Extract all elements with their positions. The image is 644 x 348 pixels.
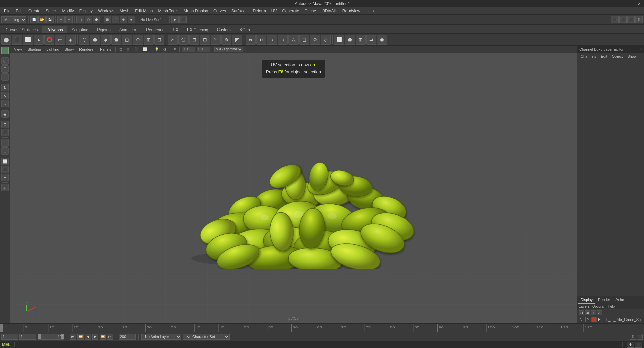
menu-generate[interactable]: Generate xyxy=(279,8,302,14)
move-tool-button[interactable]: ✛ xyxy=(1,73,9,81)
color-profile-selector[interactable]: sRGB gamma xyxy=(214,47,243,52)
maximize-button[interactable]: □ xyxy=(624,0,634,7)
history-button[interactable]: ⬛ xyxy=(1,129,9,136)
render-btn[interactable]: ▶ xyxy=(171,16,179,23)
component-editor-button[interactable]: ⬜ xyxy=(1,158,9,165)
menu-create[interactable]: Create xyxy=(25,8,43,14)
tool-settings-button[interactable]: ⚙ xyxy=(1,121,9,128)
shelf-smooth-icon[interactable]: ⬡ xyxy=(79,35,89,45)
menu-file[interactable]: File xyxy=(1,8,13,14)
shelf-triangulate-icon[interactable]: △ xyxy=(288,35,299,45)
layer-color-swatch[interactable] xyxy=(591,317,597,322)
layer-playback-toggle[interactable]: P xyxy=(585,317,590,322)
shelf-special-icon[interactable]: ◈ xyxy=(66,35,76,45)
menu-display[interactable]: Display xyxy=(77,8,95,14)
anim-prefs-button[interactable]: ⬛ xyxy=(637,334,643,340)
shelf-transfer-attr-icon[interactable]: ⇄ xyxy=(366,35,376,45)
range-start-input[interactable] xyxy=(1,334,18,340)
shelf-tab-rigging[interactable]: Rigging xyxy=(93,26,115,33)
anim-end-input[interactable] xyxy=(119,334,136,340)
menu-select[interactable]: Select xyxy=(43,8,59,14)
current-frame-input[interactable] xyxy=(19,334,36,340)
step-forward-button[interactable]: ⏩ xyxy=(100,334,106,340)
vp-lighting-button[interactable]: 💡 xyxy=(153,46,160,52)
vp-color-g-input[interactable] xyxy=(197,47,210,52)
shelf-mirror-icon[interactable]: ⇔ xyxy=(246,35,256,45)
layer-expand-btn[interactable]: ⤢ xyxy=(597,310,602,315)
go-to-start-button[interactable]: ⏮ xyxy=(70,334,76,340)
anim-tab[interactable]: Anim xyxy=(613,296,627,304)
display-mode-btn2[interactable]: ⬛ xyxy=(619,16,627,23)
snap-curve-button[interactable]: ⌒ xyxy=(112,16,119,23)
shelf-append-icon[interactable]: ⊕ xyxy=(133,35,143,45)
display-mode-btn1[interactable]: ⬛ xyxy=(611,16,619,23)
menu-mesh-display[interactable]: Mesh Display xyxy=(181,8,211,14)
layer-prev-btn[interactable]: ⏮ xyxy=(579,310,584,315)
shelf-wedge-icon[interactable]: ◤ xyxy=(232,35,242,45)
shelf-tab-curves-surfaces[interactable]: Curves / Surfaces xyxy=(1,26,42,33)
display-tab[interactable]: Display xyxy=(578,296,595,304)
save-file-button[interactable]: 💾 xyxy=(46,16,54,23)
rotate-tool-button[interactable]: ↻ xyxy=(1,84,9,91)
minimize-button[interactable]: – xyxy=(614,0,624,7)
lasso-selection-button[interactable]: ⌒ xyxy=(1,65,9,73)
shelf-tab-animation[interactable]: Animation xyxy=(115,26,142,33)
play-forward-button[interactable]: ▶ xyxy=(92,334,98,340)
playback-range-bar[interactable]: 120 xyxy=(38,334,64,340)
align-objects-button[interactable]: ⊡ xyxy=(1,147,9,155)
shelf-torus-icon[interactable]: ⭕ xyxy=(44,35,54,45)
show-manipulator-button[interactable]: ⊕ xyxy=(1,100,9,107)
menu-modify[interactable]: Modify xyxy=(59,8,76,14)
shelf-split-poly-icon[interactable]: ✂ xyxy=(168,35,178,45)
snap-align-button[interactable]: ⊞ xyxy=(1,139,9,147)
layer-prev2-btn[interactable]: ⏭ xyxy=(585,310,590,315)
lasso-tool-button[interactable]: ⬡ xyxy=(85,16,92,23)
shelf-crease-icon[interactable]: ◇ xyxy=(321,35,331,45)
vp-grid-button[interactable]: # xyxy=(172,46,178,52)
menu-mesh-tools[interactable]: Mesh Tools xyxy=(156,8,181,14)
shelf-softselect-icon[interactable]: ◉ xyxy=(377,35,387,45)
vp-textured-button[interactable]: ⬜ xyxy=(141,46,149,52)
menu-deform[interactable]: Deform xyxy=(250,8,268,14)
paint-select-button[interactable]: ⬟ xyxy=(93,16,100,23)
undo-button[interactable]: ↩ xyxy=(57,16,65,23)
vp-shaded-button[interactable]: ⬛ xyxy=(132,46,140,52)
new-file-button[interactable]: 📄 xyxy=(30,16,38,23)
shelf-fill-hole-icon[interactable]: ◻ xyxy=(122,35,132,45)
vp-shadows-button[interactable]: ◑ xyxy=(162,46,168,52)
channels-tab[interactable]: Channels xyxy=(579,54,598,59)
play-back-button[interactable]: ◀ xyxy=(85,334,91,340)
shelf-quadrangulate-icon[interactable]: ◻ xyxy=(299,35,309,45)
vp-menu-renderer[interactable]: Renderer xyxy=(77,47,97,52)
select-mode-button[interactable]: ◻ xyxy=(1,47,9,54)
layers-help-btn[interactable]: Help xyxy=(607,305,616,308)
vp-menu-panels[interactable]: Panels xyxy=(98,47,113,52)
status-icon-2[interactable]: ⬛ xyxy=(635,342,642,348)
shelf-cone-icon[interactable]: ▲ xyxy=(34,35,44,45)
shelf-bevel-icon[interactable]: ◆ xyxy=(101,35,111,45)
shelf-uv-editor-icon[interactable]: ⊞ xyxy=(356,35,366,45)
display-mode-btn4[interactable]: ⚙ xyxy=(635,16,643,23)
range-start-handle[interactable] xyxy=(38,334,41,339)
layers-options-btn[interactable]: Options xyxy=(591,305,605,308)
render-tab[interactable]: Render xyxy=(595,296,613,304)
isolate-select-button[interactable]: ◎ xyxy=(1,184,9,191)
channel-box-button[interactable]: ≡ xyxy=(1,174,9,181)
vp-mode-sel-button[interactable]: ◻ xyxy=(118,46,124,52)
vp-menu-show[interactable]: Show xyxy=(63,47,76,52)
menu-surfaces[interactable]: Surfaces xyxy=(229,8,250,14)
go-to-end-button[interactable]: ⏭ xyxy=(107,334,113,340)
menu-cache[interactable]: Cache xyxy=(302,8,319,14)
shelf-uvunwrap-icon[interactable]: ⬟ xyxy=(345,35,355,45)
menu-edit-mesh[interactable]: Edit Mesh xyxy=(132,8,155,14)
shelf-tab-custom[interactable]: Custom xyxy=(213,26,235,33)
attribute-editor-button[interactable]: ⬛ xyxy=(1,166,9,173)
close-button[interactable]: ✕ xyxy=(634,0,644,7)
command-line[interactable] xyxy=(14,342,623,347)
edit-tab[interactable]: Edit xyxy=(599,54,609,59)
scale-tool-button[interactable]: ⤡ xyxy=(1,92,9,99)
menu-3dto-all[interactable]: -3DtoAll- xyxy=(319,8,340,14)
viewport-canvas[interactable]: UV selection is now on. Press F8 for obj… xyxy=(10,53,577,323)
display-mode-btn3[interactable]: ⬛ xyxy=(627,16,635,23)
channel-box-close-icon[interactable]: ✕ xyxy=(639,47,642,51)
